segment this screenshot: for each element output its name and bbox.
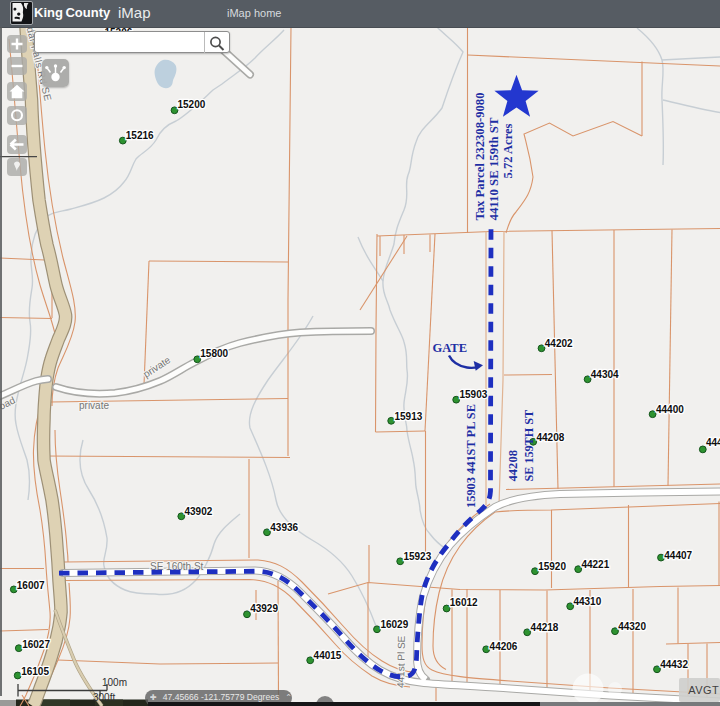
svg-text:16007: 16007 [17,580,45,591]
svg-text:16012: 16012 [450,597,478,608]
svg-text:44218: 44218 [531,622,559,633]
svg-text:300ft: 300ft [93,692,115,703]
svg-text:16027: 16027 [22,639,50,650]
svg-text:5.72 Acres: 5.72 Acres [500,124,515,179]
svg-text:43929: 43929 [250,603,278,614]
svg-text:100m: 100m [102,677,127,688]
svg-text:44202: 44202 [545,338,573,349]
svg-text:private: private [79,400,109,411]
svg-text:441st Pl SE: 441st Pl SE [395,635,407,688]
svg-text:16029: 16029 [380,619,408,630]
svg-text:Tax Parcel 232308-9080: Tax Parcel 232308-9080 [472,93,487,221]
svg-text:15216: 15216 [126,130,154,141]
svg-text:44407: 44407 [664,550,692,561]
svg-text:15800: 15800 [200,348,228,359]
svg-text:15200: 15200 [178,99,206,110]
svg-text:44310: 44310 [573,596,601,607]
svg-text:43902: 43902 [185,506,213,517]
svg-text:15913: 15913 [395,411,423,422]
svg-text:4441: 4441 [706,437,720,448]
svg-text:44432: 44432 [660,659,688,670]
svg-text:44206: 44206 [490,641,518,652]
svg-text:SE 159TH ST: SE 159TH ST [521,410,536,482]
svg-text:44304: 44304 [591,369,619,380]
svg-text:16105: 16105 [21,666,49,677]
svg-text:43936: 43936 [270,522,298,533]
svg-text:15903 441ST PL SE: 15903 441ST PL SE [463,404,478,508]
svg-text:44320: 44320 [618,621,646,632]
svg-text:15923: 15923 [403,551,431,562]
svg-text:44208: 44208 [505,450,520,482]
svg-text:15903: 15903 [460,389,488,400]
svg-text:44015: 44015 [314,650,342,661]
svg-text:15920: 15920 [538,561,566,572]
svg-text:44400: 44400 [656,404,684,415]
svg-text:GATE: GATE [433,340,468,355]
svg-text:44221: 44221 [581,559,609,570]
svg-text:44208: 44208 [537,432,565,443]
